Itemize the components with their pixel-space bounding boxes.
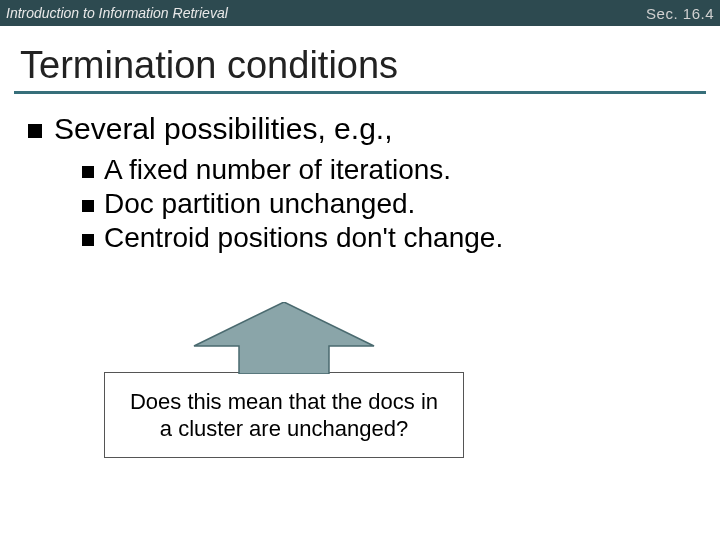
header-bar: Introduction to Information Retrieval Se…: [0, 0, 720, 26]
bullet-level2: A fixed number of iterations.: [82, 154, 700, 186]
bullet-text: Centroid positions don't change.: [104, 222, 503, 254]
square-bullet-icon: [82, 200, 94, 212]
bullet-text: Doc partition unchanged.: [104, 188, 415, 220]
callout-text: Does this mean that the docs in a cluste…: [129, 388, 439, 443]
header-section-label: Sec. 16.4: [646, 5, 714, 22]
sub-bullet-list: A fixed number of iterations. Doc partit…: [82, 154, 700, 254]
bullet-text: Several possibilities, e.g.,: [54, 112, 393, 146]
slide-title: Termination conditions: [20, 44, 720, 87]
svg-marker-0: [194, 302, 374, 374]
bullet-level2: Centroid positions don't change.: [82, 222, 700, 254]
square-bullet-icon: [82, 166, 94, 178]
content-area: Several possibilities, e.g., A fixed num…: [0, 94, 720, 254]
bullet-text: A fixed number of iterations.: [104, 154, 451, 186]
square-bullet-icon: [82, 234, 94, 246]
slide: Introduction to Information Retrieval Se…: [0, 0, 720, 540]
bullet-level2: Doc partition unchanged.: [82, 188, 700, 220]
up-arrow-icon: [184, 302, 384, 374]
square-bullet-icon: [28, 124, 42, 138]
callout-box: Does this mean that the docs in a cluste…: [104, 372, 464, 458]
callout-group: Does this mean that the docs in a cluste…: [94, 302, 474, 458]
header-course-title: Introduction to Information Retrieval: [6, 5, 228, 21]
bullet-level1: Several possibilities, e.g.,: [28, 112, 700, 146]
